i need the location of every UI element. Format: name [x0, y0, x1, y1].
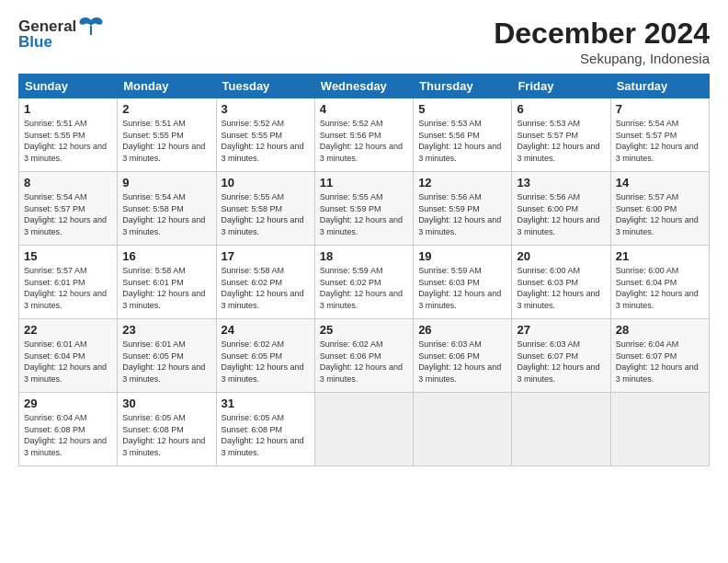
header-saturday: Saturday [610, 75, 709, 98]
day-number: 4 [320, 102, 408, 116]
logo-text-blue: Blue [18, 33, 52, 52]
calendar-cell: 26 Sunrise: 6:03 AM Sunset: 6:06 PM Dayl… [414, 319, 512, 393]
day-number: 22 [24, 323, 112, 337]
day-number: 2 [122, 102, 210, 116]
day-number: 5 [418, 102, 506, 116]
day-info: Sunrise: 5:51 AM Sunset: 5:55 PM Dayligh… [24, 118, 112, 164]
header-tuesday: Tuesday [216, 75, 314, 98]
calendar-cell: 12 Sunrise: 5:56 AM Sunset: 5:59 PM Dayl… [414, 172, 512, 246]
calendar-cell: 6 Sunrise: 5:53 AM Sunset: 5:57 PM Dayli… [512, 98, 610, 172]
logo: General Blue [18, 17, 104, 52]
day-number: 9 [122, 176, 210, 190]
calendar-cell: 30 Sunrise: 6:05 AM Sunset: 6:08 PM Dayl… [118, 393, 216, 466]
day-info: Sunrise: 5:57 AM Sunset: 6:01 PM Dayligh… [24, 265, 112, 311]
day-info: Sunrise: 6:02 AM Sunset: 6:05 PM Dayligh… [222, 339, 310, 385]
calendar-cell: 16 Sunrise: 5:58 AM Sunset: 6:01 PM Dayl… [118, 246, 216, 319]
header: General Blue December 2024 Sekupang, Ind… [18, 17, 710, 66]
header-monday: Monday [118, 75, 216, 98]
calendar-cell [314, 393, 413, 466]
calendar-table: Sunday Monday Tuesday Wednesday Thursday… [18, 74, 710, 466]
day-number: 13 [517, 176, 605, 190]
day-info: Sunrise: 5:54 AM Sunset: 5:58 PM Dayligh… [122, 191, 210, 237]
calendar-cell: 13 Sunrise: 5:56 AM Sunset: 6:00 PM Dayl… [512, 172, 610, 246]
calendar-cell: 21 Sunrise: 6:00 AM Sunset: 6:04 PM Dayl… [610, 246, 709, 319]
calendar-cell: 7 Sunrise: 5:54 AM Sunset: 5:57 PM Dayli… [610, 98, 709, 172]
calendar-cell: 25 Sunrise: 6:02 AM Sunset: 6:06 PM Dayl… [314, 319, 413, 393]
day-number: 31 [222, 396, 310, 410]
day-info: Sunrise: 5:52 AM Sunset: 5:55 PM Dayligh… [222, 118, 310, 164]
day-info: Sunrise: 6:01 AM Sunset: 6:04 PM Dayligh… [24, 339, 112, 385]
calendar-cell: 2 Sunrise: 5:51 AM Sunset: 5:55 PM Dayli… [118, 98, 216, 172]
day-number: 14 [616, 176, 704, 190]
day-info: Sunrise: 6:00 AM Sunset: 6:03 PM Dayligh… [517, 265, 605, 311]
calendar-cell: 24 Sunrise: 6:02 AM Sunset: 6:05 PM Dayl… [216, 319, 314, 393]
day-info: Sunrise: 6:03 AM Sunset: 6:07 PM Dayligh… [517, 339, 605, 385]
calendar-cell: 15 Sunrise: 5:57 AM Sunset: 6:01 PM Dayl… [19, 246, 118, 319]
day-number: 17 [222, 249, 310, 263]
calendar-cell: 3 Sunrise: 5:52 AM Sunset: 5:55 PM Dayli… [216, 98, 314, 172]
calendar-cell [414, 393, 512, 466]
day-number: 11 [320, 176, 408, 190]
day-info: Sunrise: 6:04 AM Sunset: 6:08 PM Dayligh… [24, 412, 112, 458]
day-number: 25 [320, 323, 408, 337]
day-info: Sunrise: 5:59 AM Sunset: 6:03 PM Dayligh… [418, 265, 506, 311]
header-friday: Friday [512, 75, 610, 98]
calendar-cell: 9 Sunrise: 5:54 AM Sunset: 5:58 PM Dayli… [118, 172, 216, 246]
day-info: Sunrise: 6:01 AM Sunset: 6:05 PM Dayligh… [122, 339, 210, 385]
calendar-cell [610, 393, 709, 466]
day-number: 10 [222, 176, 310, 190]
day-info: Sunrise: 5:51 AM Sunset: 5:55 PM Dayligh… [122, 118, 210, 164]
day-info: Sunrise: 5:54 AM Sunset: 5:57 PM Dayligh… [616, 118, 704, 164]
calendar-cell: 11 Sunrise: 5:55 AM Sunset: 5:59 PM Dayl… [314, 172, 413, 246]
header-sunday: Sunday [19, 75, 118, 98]
page-subtitle: Sekupang, Indonesia [494, 51, 710, 66]
day-info: Sunrise: 5:56 AM Sunset: 6:00 PM Dayligh… [517, 191, 605, 237]
calendar-cell: 20 Sunrise: 6:00 AM Sunset: 6:03 PM Dayl… [512, 246, 610, 319]
day-number: 7 [616, 102, 704, 116]
day-info: Sunrise: 5:57 AM Sunset: 6:00 PM Dayligh… [616, 191, 704, 237]
day-number: 26 [418, 323, 506, 337]
day-info: Sunrise: 6:03 AM Sunset: 6:06 PM Dayligh… [418, 339, 506, 385]
week-row-1: 1 Sunrise: 5:51 AM Sunset: 5:55 PM Dayli… [19, 98, 710, 172]
day-info: Sunrise: 6:04 AM Sunset: 6:07 PM Dayligh… [616, 339, 704, 385]
calendar-cell: 14 Sunrise: 5:57 AM Sunset: 6:00 PM Dayl… [610, 172, 709, 246]
day-number: 20 [517, 249, 605, 263]
day-number: 8 [24, 176, 112, 190]
week-row-4: 22 Sunrise: 6:01 AM Sunset: 6:04 PM Dayl… [19, 319, 710, 393]
calendar-cell: 22 Sunrise: 6:01 AM Sunset: 6:04 PM Dayl… [19, 319, 118, 393]
day-info: Sunrise: 5:55 AM Sunset: 5:58 PM Dayligh… [222, 191, 310, 237]
calendar-cell: 19 Sunrise: 5:59 AM Sunset: 6:03 PM Dayl… [414, 246, 512, 319]
day-number: 30 [122, 396, 210, 410]
day-number: 1 [24, 102, 112, 116]
day-number: 3 [222, 102, 310, 116]
week-row-5: 29 Sunrise: 6:04 AM Sunset: 6:08 PM Dayl… [19, 393, 710, 466]
day-info: Sunrise: 5:55 AM Sunset: 5:59 PM Dayligh… [320, 191, 408, 237]
logo-bird-icon [78, 17, 104, 37]
day-info: Sunrise: 5:52 AM Sunset: 5:56 PM Dayligh… [320, 118, 408, 164]
header-thursday: Thursday [414, 75, 512, 98]
day-info: Sunrise: 5:53 AM Sunset: 5:56 PM Dayligh… [418, 118, 506, 164]
day-info: Sunrise: 5:59 AM Sunset: 6:02 PM Dayligh… [320, 265, 408, 311]
page-container: General Blue December 2024 Sekupang, Ind… [0, 0, 728, 476]
day-info: Sunrise: 6:05 AM Sunset: 6:08 PM Dayligh… [122, 412, 210, 458]
calendar-cell [512, 393, 610, 466]
day-number: 24 [222, 323, 310, 337]
calendar-cell: 17 Sunrise: 5:58 AM Sunset: 6:02 PM Dayl… [216, 246, 314, 319]
day-number: 21 [616, 249, 704, 263]
day-number: 28 [616, 323, 704, 337]
day-info: Sunrise: 5:58 AM Sunset: 6:02 PM Dayligh… [222, 265, 310, 311]
day-number: 16 [122, 249, 210, 263]
calendar-cell: 27 Sunrise: 6:03 AM Sunset: 6:07 PM Dayl… [512, 319, 610, 393]
week-row-2: 8 Sunrise: 5:54 AM Sunset: 5:57 PM Dayli… [19, 172, 710, 246]
week-row-3: 15 Sunrise: 5:57 AM Sunset: 6:01 PM Dayl… [19, 246, 710, 319]
calendar-cell: 8 Sunrise: 5:54 AM Sunset: 5:57 PM Dayli… [19, 172, 118, 246]
day-number: 15 [24, 249, 112, 263]
day-number: 6 [517, 102, 605, 116]
header-wednesday: Wednesday [314, 75, 413, 98]
page-title: December 2024 [494, 17, 710, 51]
calendar-cell: 5 Sunrise: 5:53 AM Sunset: 5:56 PM Dayli… [414, 98, 512, 172]
calendar-cell: 23 Sunrise: 6:01 AM Sunset: 6:05 PM Dayl… [118, 319, 216, 393]
title-block: December 2024 Sekupang, Indonesia [494, 17, 710, 66]
calendar-cell: 28 Sunrise: 6:04 AM Sunset: 6:07 PM Dayl… [610, 319, 709, 393]
day-number: 12 [418, 176, 506, 190]
